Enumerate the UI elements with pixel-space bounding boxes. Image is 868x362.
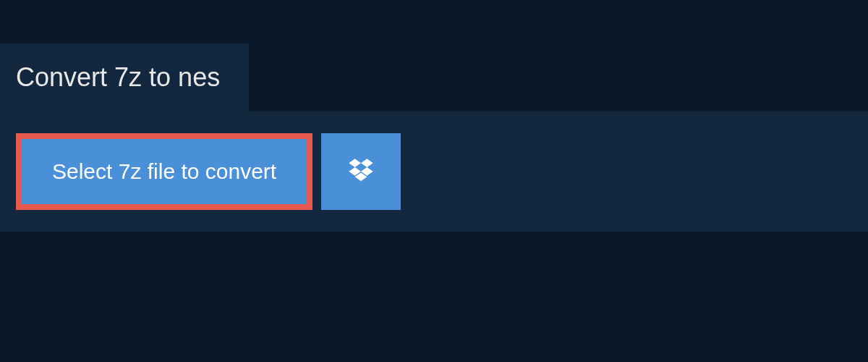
button-row: Select 7z file to convert: [16, 133, 852, 210]
content-panel: Select 7z file to convert: [0, 111, 868, 232]
dropbox-icon: [346, 156, 375, 188]
page-title: Convert 7z to nes: [16, 62, 220, 93]
dropbox-button[interactable]: [321, 133, 401, 210]
tab-header: Convert 7z to nes: [0, 43, 249, 111]
select-file-button[interactable]: Select 7z file to convert: [16, 133, 312, 210]
